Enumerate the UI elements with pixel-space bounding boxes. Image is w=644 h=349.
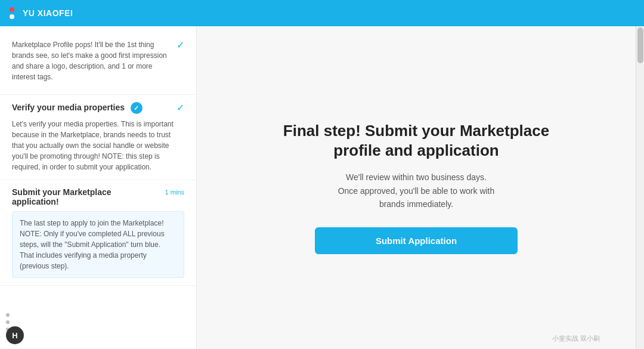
icon-dot-2	[6, 320, 10, 324]
section-body-2: Let's verify your media properties. This…	[12, 119, 184, 172]
verified-icon	[131, 102, 143, 114]
submit-description: We'll review within two business days. O…	[267, 171, 565, 211]
watermark: 小斐实战 双小刷	[552, 334, 600, 343]
section-title-2: Verify your media properties	[12, 102, 172, 114]
main-layout: Marketplace Profile pops! It'll be the 1…	[0, 26, 644, 349]
sidebar: Marketplace Profile pops! It'll be the 1…	[0, 26, 197, 349]
right-scrollbar[interactable]	[636, 26, 644, 349]
section-header-2: Verify your media properties ✓	[12, 102, 184, 114]
scrollbar-thumb[interactable]	[637, 27, 643, 63]
section-header-1: Marketplace Profile pops! It'll be the 1…	[12, 39, 184, 82]
section-body-1: Marketplace Profile pops! It'll be the 1…	[12, 39, 172, 82]
submit-application-button[interactable]: Submit Application	[315, 227, 518, 254]
avatar[interactable]: H	[6, 326, 24, 344]
topbar: YU XIAOFEI	[0, 0, 644, 26]
section-badge-3: 1 mins	[165, 187, 184, 196]
dot-red	[10, 7, 14, 12]
submit-title: Final step! Submit your Marketplace prof…	[267, 121, 565, 162]
icon-dot-1	[6, 313, 10, 317]
section-highlight-3: The last step to apply to join the Marke…	[12, 211, 184, 278]
section-header-3: Submit your Marketplace application! 1 m…	[12, 187, 184, 206]
section-title-3: Submit your Marketplace application!	[12, 187, 160, 206]
sidebar-section-verify-media: Verify your media properties ✓ Let's ver…	[0, 95, 196, 180]
content-area: Final step! Submit your Marketplace prof…	[197, 26, 636, 349]
check-icon-2: ✓	[177, 102, 184, 113]
submit-card: Final step! Submit your Marketplace prof…	[267, 121, 565, 255]
check-icon-1: ✓	[177, 39, 184, 51]
sidebar-section-submit: Submit your Marketplace application! 1 m…	[0, 180, 196, 286]
topbar-dots	[10, 7, 14, 19]
sidebar-section-marketplace-profile: Marketplace Profile pops! It'll be the 1…	[0, 32, 196, 95]
dot-white	[10, 14, 14, 19]
topbar-title: YU XIAOFEI	[23, 8, 73, 18]
